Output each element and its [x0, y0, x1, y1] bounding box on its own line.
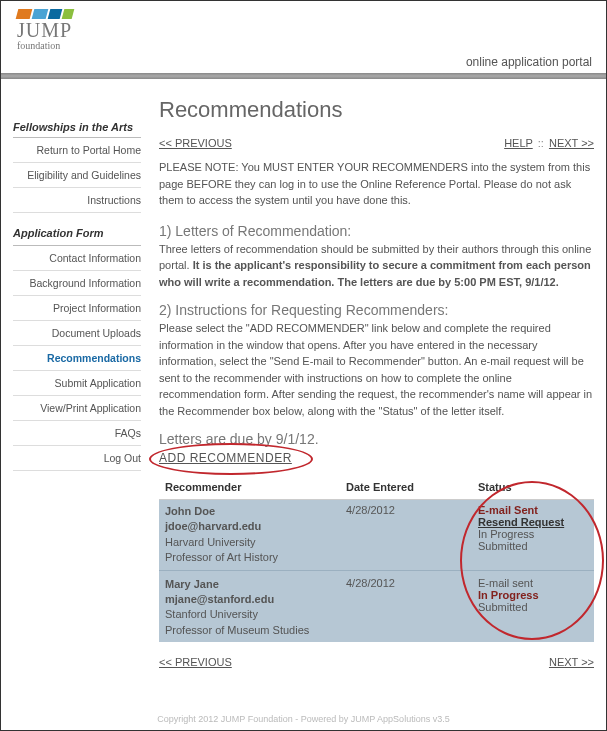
help-link[interactable]: HELP: [504, 137, 533, 149]
next-link-bottom[interactable]: NEXT >>: [549, 656, 594, 668]
sidebar-item-logout[interactable]: Log Out: [13, 446, 141, 471]
rec-date: 4/28/2012: [340, 500, 472, 571]
col-status: Status: [472, 475, 594, 500]
section-instructions-title: 2) Instructions for Requesting Recommend…: [159, 302, 594, 318]
prev-link-top[interactable]: << PREVIOUS: [159, 137, 232, 149]
sidebar-item-contact[interactable]: Contact Information: [13, 246, 141, 271]
next-link-top[interactable]: NEXT >>: [549, 137, 594, 149]
sidebar-item-submit[interactable]: Submit Application: [13, 371, 141, 396]
sidebar-item-portal-home[interactable]: Return to Portal Home: [13, 138, 141, 163]
status-in-progress: In Progress: [478, 528, 588, 540]
resend-request-link[interactable]: Resend Request: [478, 516, 564, 528]
status-submitted: Submitted: [478, 540, 588, 552]
logo: JUMP foundation: [17, 9, 73, 51]
sidebar-item-documents[interactable]: Document Uploads: [13, 321, 141, 346]
logo-text-main: JUMP: [17, 19, 73, 42]
section-instructions-text: Please select the "ADD RECOMMENDER" link…: [159, 320, 594, 419]
note-lead: PLEASE NOTE: You MUST ENTER YOUR RECOMME…: [159, 161, 471, 173]
sidebar-item-project[interactable]: Project Information: [13, 296, 141, 321]
sec1-bold: It is the applicant's responsibility to …: [159, 259, 591, 288]
sidebar-item-eligibility[interactable]: Eligibility and Guidelines: [13, 163, 141, 188]
footer-copyright: Copyright 2012 JUMP Foundation - Powered…: [1, 714, 606, 724]
please-note: PLEASE NOTE: You MUST ENTER YOUR RECOMME…: [159, 159, 594, 209]
rec-title: Professor of Art History: [165, 550, 334, 565]
rec-name: John Doe: [165, 505, 215, 517]
prev-link-bottom[interactable]: << PREVIOUS: [159, 656, 232, 668]
letters-due-label: Letters are due by 9/1/12.: [159, 431, 594, 447]
section-letters-title: 1) Letters of Recommendation:: [159, 223, 594, 239]
status-email-sent: E-mail sent: [478, 577, 588, 589]
status-submitted: Submitted: [478, 601, 588, 613]
add-recommender-link[interactable]: ADD RECOMMENDER: [159, 451, 292, 465]
rec-email: mjane@stanford.edu: [165, 593, 274, 605]
rec-email: jdoe@harvard.edu: [165, 520, 261, 532]
sidebar-item-faqs[interactable]: FAQs: [13, 421, 141, 446]
col-date: Date Entered: [340, 475, 472, 500]
rec-institution: Harvard University: [165, 535, 334, 550]
sidebar-item-viewprint[interactable]: View/Print Application: [13, 396, 141, 421]
page-title: Recommendations: [159, 97, 594, 123]
status-in-progress: In Progress: [478, 589, 588, 601]
col-recommender: Recommender: [159, 475, 340, 500]
table-row: John Doe jdoe@harvard.edu Harvard Univer…: [159, 500, 594, 571]
status-email-sent: E-mail Sent: [478, 504, 588, 516]
rec-institution: Stanford University: [165, 607, 334, 622]
sidebar-item-instructions[interactable]: Instructions: [13, 188, 141, 213]
rec-name: Mary Jane: [165, 578, 219, 590]
sidebar-item-recommendations[interactable]: Recommendations: [13, 346, 141, 371]
nav-separator: ::: [538, 137, 544, 149]
sidebar-item-background[interactable]: Background Information: [13, 271, 141, 296]
logo-icon: [17, 9, 73, 19]
section-letters-text: Three letters of recommendation should b…: [159, 241, 594, 291]
sidebar: Fellowships in the Arts Return to Portal…: [13, 87, 141, 674]
recommenders-table: Recommender Date Entered Status John Doe…: [159, 475, 594, 642]
table-row: Mary Jane mjane@stanford.edu Stanford Un…: [159, 570, 594, 642]
rec-title: Professor of Museum Studies: [165, 623, 334, 638]
portal-label: online application portal: [466, 55, 592, 69]
sidebar-group-fellowships: Fellowships in the Arts: [13, 117, 141, 138]
rec-date: 4/28/2012: [340, 570, 472, 642]
sidebar-group-application: Application Form: [13, 221, 141, 246]
